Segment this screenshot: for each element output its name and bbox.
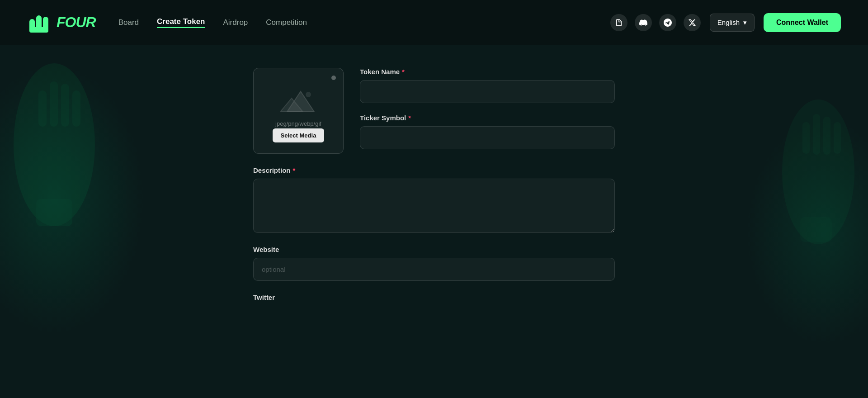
language-selector[interactable]: English ▾ bbox=[710, 14, 755, 32]
nav-link-board[interactable]: Board bbox=[118, 18, 139, 27]
navbar-left: FOUR Board Create Token Airdrop Competit… bbox=[27, 10, 307, 35]
logo[interactable]: FOUR bbox=[27, 10, 96, 35]
token-name-required: * bbox=[402, 68, 405, 76]
image-upload-area[interactable]: jpeg/png/webp/gif ( < 5MB ) Select Media bbox=[253, 68, 344, 154]
nav-link-create-token[interactable]: Create Token bbox=[157, 17, 205, 28]
description-group: Description * bbox=[253, 166, 615, 233]
navbar-right: English ▾ Connect Wallet bbox=[610, 13, 841, 32]
create-token-form: jpeg/png/webp/gif ( < 5MB ) Select Media… bbox=[253, 68, 615, 301]
ticker-symbol-input[interactable] bbox=[360, 126, 615, 149]
docs-icon[interactable] bbox=[610, 14, 627, 31]
social-icons bbox=[610, 14, 701, 31]
main-content: jpeg/png/webp/gif ( < 5MB ) Select Media… bbox=[0, 45, 868, 324]
website-group: Website bbox=[253, 246, 615, 281]
svg-rect-15 bbox=[29, 27, 48, 33]
chevron-down-icon: ▾ bbox=[743, 19, 747, 27]
nav-link-competition[interactable]: Competition bbox=[266, 18, 307, 27]
description-textarea[interactable] bbox=[253, 179, 615, 233]
nav-links: Board Create Token Airdrop Competition bbox=[118, 17, 307, 28]
token-name-label: Token Name * bbox=[360, 68, 615, 76]
twitter-icon[interactable] bbox=[684, 14, 701, 31]
token-name-group: Token Name * bbox=[360, 68, 615, 103]
ticker-symbol-label: Ticker Symbol * bbox=[360, 114, 615, 122]
logo-icon bbox=[27, 10, 52, 35]
nav-link-airdrop[interactable]: Airdrop bbox=[223, 18, 248, 27]
svg-point-18 bbox=[306, 92, 311, 97]
image-placeholder-icon bbox=[280, 85, 316, 114]
description-label: Description * bbox=[253, 166, 615, 174]
ticker-symbol-required: * bbox=[408, 114, 411, 122]
top-section: jpeg/png/webp/gif ( < 5MB ) Select Media… bbox=[253, 68, 615, 154]
website-input[interactable] bbox=[253, 258, 615, 281]
twitter-group: Twitter bbox=[253, 294, 615, 301]
language-label: English bbox=[717, 19, 740, 26]
navbar: FOUR Board Create Token Airdrop Competit… bbox=[0, 0, 868, 45]
token-name-input[interactable] bbox=[360, 80, 615, 103]
ticker-symbol-group: Ticker Symbol * bbox=[360, 114, 615, 149]
twitter-label: Twitter bbox=[253, 294, 615, 301]
logo-text: FOUR bbox=[57, 14, 96, 31]
telegram-icon[interactable] bbox=[659, 14, 676, 31]
token-fields: Token Name * Ticker Symbol * bbox=[360, 68, 615, 149]
description-required: * bbox=[293, 166, 296, 174]
connect-wallet-button[interactable]: Connect Wallet bbox=[764, 13, 841, 32]
discord-icon[interactable] bbox=[635, 14, 652, 31]
website-label: Website bbox=[253, 246, 615, 253]
select-media-button[interactable]: Select Media bbox=[273, 128, 325, 142]
upload-dot bbox=[331, 76, 336, 80]
